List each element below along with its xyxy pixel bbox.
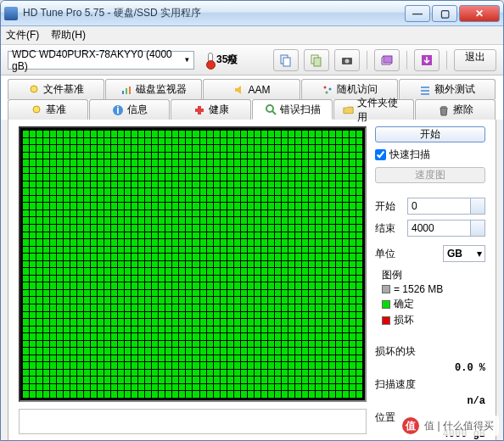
tab-folder-usage[interactable]: 文件夹使用	[333, 99, 414, 120]
app-window: HD Tune Pro 5.75 - 硬盘/SSD 实用程序 — ▢ ✕ 文件(…	[0, 0, 504, 441]
trash-icon	[438, 104, 450, 116]
options-button[interactable]	[374, 49, 400, 71]
unit-select[interactable]: GB	[443, 245, 485, 262]
temperature: 35癈	[204, 51, 238, 70]
watermark: 值 值 | 什么值得买	[397, 416, 499, 436]
tab-error-scan[interactable]: 错误扫描	[252, 99, 333, 120]
tab-row-1: 文件基准 磁盘监视器 AAM 随机访问 额外测试	[1, 75, 503, 99]
app-icon	[4, 7, 18, 20]
start-label: 开始	[375, 199, 404, 214]
folder-icon	[343, 104, 354, 116]
svg-rect-25	[441, 106, 446, 108]
svg-point-13	[328, 87, 331, 90]
search-icon	[265, 103, 277, 115]
status-area	[19, 409, 367, 434]
close-button[interactable]: ✕	[459, 5, 500, 22]
list-icon	[419, 84, 431, 96]
tab-info[interactable]: i信息	[89, 99, 170, 120]
bulb-icon	[31, 104, 42, 116]
menu-file[interactable]: 文件(F)	[6, 28, 39, 42]
thermometer-icon	[204, 51, 215, 70]
svg-text:i: i	[116, 104, 119, 116]
separator	[446, 51, 447, 70]
separator	[367, 51, 367, 70]
info-icon: i	[112, 104, 124, 116]
chart-icon	[120, 84, 132, 96]
drive-select[interactable]: WDC WD40PURX-78AKYY0 (4000 gB)	[8, 51, 194, 70]
tab-aam[interactable]: AAM	[203, 79, 300, 99]
watermark-icon: 值	[402, 417, 419, 434]
tab-extra-tests[interactable]: 额外测试	[399, 79, 496, 99]
svg-point-23	[266, 105, 273, 112]
content-area: 开始 快速扫描 速度图 开始0 结束4000 单位GB 图例 = 1526 MB…	[8, 120, 496, 441]
temp-value: 35癈	[216, 53, 238, 67]
position-label: 位置	[375, 410, 395, 425]
svg-point-14	[325, 91, 328, 93]
tab-benchmark[interactable]: 基准	[8, 99, 88, 120]
legend-label: 图例	[382, 268, 485, 282]
random-icon	[322, 84, 333, 96]
svg-point-8	[31, 86, 37, 92]
tab-erase[interactable]: 擦除	[415, 99, 496, 120]
health-icon	[193, 104, 205, 116]
tab-row-2: 基准 i信息 健康 错误扫描 文件夹使用 擦除	[1, 99, 503, 120]
svg-point-18	[33, 106, 40, 113]
svg-rect-6	[384, 56, 392, 63]
block-icon	[382, 285, 390, 293]
quick-scan-checkbox[interactable]: 快速扫描	[375, 146, 485, 164]
end-label: 结束	[375, 221, 404, 236]
damaged-icon	[382, 316, 390, 325]
svg-rect-1	[283, 58, 290, 66]
titlebar: HD Tune Pro 5.75 - 硬盘/SSD 实用程序 — ▢ ✕	[1, 1, 503, 26]
svg-rect-11	[129, 87, 131, 94]
copy-info-button[interactable]	[273, 49, 299, 71]
speed-map-button: 速度图	[375, 167, 485, 183]
damaged-blocks-label: 损坏的块	[375, 344, 416, 359]
scan-speed-label: 扫描速度	[375, 377, 416, 392]
start-button[interactable]: 开始	[375, 126, 485, 142]
svg-rect-9	[122, 91, 124, 94]
start-input[interactable]: 0	[407, 198, 485, 215]
minimize-button[interactable]: —	[405, 5, 430, 22]
svg-rect-17	[421, 93, 429, 95]
end-input[interactable]: 4000	[407, 220, 485, 237]
tab-disk-monitor[interactable]: 磁盘监视器	[105, 79, 202, 99]
svg-rect-22	[195, 109, 204, 112]
damaged-blocks-value: 0.0 %	[455, 362, 485, 374]
unit-label: 单位	[375, 247, 404, 261]
svg-point-12	[323, 86, 326, 88]
svg-rect-3	[314, 58, 321, 66]
screenshot-button[interactable]	[334, 49, 360, 71]
window-title: HD Tune Pro 5.75 - 硬盘/SSD 实用程序	[23, 6, 405, 20]
ok-icon	[382, 300, 390, 309]
svg-rect-16	[421, 90, 429, 92]
menu-help[interactable]: 帮助(H)	[51, 28, 86, 42]
scan-grid	[19, 126, 367, 402]
save-button[interactable]	[414, 49, 440, 71]
speaker-icon	[233, 84, 245, 96]
tab-health[interactable]: 健康	[171, 99, 251, 120]
svg-rect-15	[421, 87, 429, 88]
exit-button[interactable]: 退出	[454, 49, 496, 71]
separator	[406, 51, 407, 70]
svg-point-5	[345, 59, 350, 63]
tab-file-benchmark[interactable]: 文件基准	[8, 79, 104, 99]
toolbar: WDC WD40PURX-78AKYY0 (4000 gB) 35癈 退出	[1, 45, 503, 75]
bulb-icon	[28, 84, 40, 96]
copy-screenshot-button[interactable]	[304, 49, 329, 71]
menubar: 文件(F) 帮助(H)	[1, 26, 503, 45]
scan-speed-value: n/a	[467, 395, 485, 407]
legend: 图例 = 1526 MB 确定 损坏	[375, 266, 485, 330]
maximize-button[interactable]: ▢	[432, 5, 457, 22]
side-panel: 开始 快速扫描 速度图 开始0 结束4000 单位GB 图例 = 1526 MB…	[375, 126, 485, 434]
svg-line-24	[272, 111, 276, 114]
svg-rect-10	[126, 88, 127, 94]
